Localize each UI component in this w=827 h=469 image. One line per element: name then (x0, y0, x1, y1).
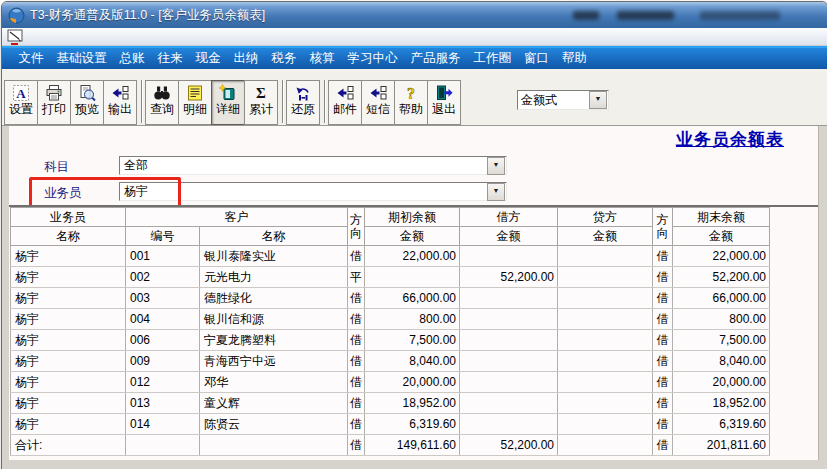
table-row[interactable]: 杨宇012邓华借20,000.00借20,000.00 (11, 372, 770, 393)
cell-closing: 52,200.00 (673, 267, 770, 288)
cell-direction-2: 借 (653, 351, 673, 372)
cell-code: 004 (126, 309, 200, 330)
sigma-icon: Σ (252, 83, 270, 102)
chevron-down-icon[interactable]: ▼ (487, 157, 505, 175)
exit-icon (435, 83, 453, 102)
menu-item-2[interactable]: 总账 (113, 48, 151, 69)
window-title: T3-财务通普及版11.0 - [客户业务员余额表] (30, 7, 265, 24)
header-name: 名称 (11, 227, 126, 246)
menu-item-7[interactable]: 核算 (303, 48, 341, 69)
table-row[interactable]: 杨宇013童义辉借18,952.00借18,952.00 (11, 393, 770, 414)
cell-customer: 元光电力 (200, 267, 348, 288)
table-row[interactable]: 杨宇002元光电力平52,200.00借52,200.00 (11, 267, 770, 288)
cell-debit (460, 393, 558, 414)
toolbar-button-label: 预览 (75, 102, 99, 117)
menu-item-4[interactable]: 现金 (189, 48, 227, 69)
cell-debit (460, 246, 558, 267)
cell-direction-2: 借 (653, 288, 673, 309)
table-row[interactable]: 杨宇004银川信和源借800.00借800.00 (11, 309, 770, 330)
toolbar-button-settings[interactable]: A设置 (4, 80, 38, 125)
total-label: 合计: (11, 435, 126, 456)
cell-credit (558, 288, 653, 309)
menu-item-3[interactable]: 往来 (151, 48, 189, 69)
binoculars-icon (153, 83, 171, 102)
total-empty-customer (200, 435, 348, 456)
font-settings-icon: A (12, 83, 30, 102)
format-style-select[interactable]: 金额式 ▼ (517, 90, 609, 110)
toolbar-button-label: 设置 (9, 102, 33, 117)
cell-direction: 借 (348, 288, 365, 309)
table-row[interactable]: 杨宇001银川泰隆实业借22,000.00借22,000.00 (11, 246, 770, 267)
cell-direction: 平 (348, 267, 365, 288)
menu-item-10[interactable]: 工作圈 (467, 48, 518, 69)
cell-debit (460, 288, 558, 309)
report-area: 业务员余额表 科目 全部 ▼ 业务员 杨宇 ▼ 业务员 客户 方向 (9, 126, 819, 460)
cell-salesperson: 杨宇 (11, 414, 126, 435)
toolbar: A设置打印预览输出查询明细详细Σ累计还原邮件短信?帮助退出 金额式 ▼ (2, 69, 827, 126)
menu-item-11[interactable]: 窗口 (518, 48, 556, 69)
quick-access-strip (2, 28, 827, 46)
right-frame (818, 126, 827, 460)
cell-debit (460, 351, 558, 372)
toolbar-button-print[interactable]: 打印 (37, 80, 71, 125)
table-row[interactable]: 杨宇003德胜绿化借66,000.00借66,000.00 (11, 288, 770, 309)
toolbar-separator (282, 80, 284, 123)
svg-text:Σ: Σ (256, 85, 266, 101)
toolbar-button-restore[interactable]: 还原 (286, 80, 320, 125)
header-direction: 方向 (348, 208, 365, 246)
cell-salesperson: 杨宇 (11, 372, 126, 393)
toolbar-button-accumulate[interactable]: Σ累计 (244, 80, 278, 125)
menu-item-6[interactable]: 税务 (265, 48, 303, 69)
toolbar-button-exit[interactable]: 退出 (427, 80, 461, 125)
cell-opening: 66,000.00 (365, 288, 460, 309)
header-direction-2: 方向 (653, 208, 673, 246)
toolbar-button-mail[interactable]: 邮件 (328, 80, 362, 125)
header-opening: 期初余额 (365, 208, 460, 227)
toolbar-button-detail[interactable]: 明细 (178, 80, 212, 125)
salesperson-combobox-value: 杨宇 (120, 183, 487, 200)
toolbar-button-label: 退出 (432, 102, 456, 117)
redacted-text (573, 11, 599, 20)
detail-book-icon (219, 83, 237, 102)
toolbar-button-detailed[interactable]: 详细 (211, 80, 245, 125)
cell-closing: 6,319.60 (673, 414, 770, 435)
cell-customer: 银川泰隆实业 (200, 246, 348, 267)
cell-salesperson: 杨宇 (11, 309, 126, 330)
menu-item-0[interactable]: 文件 (12, 48, 50, 69)
toolbar-button-output[interactable]: 输出 (103, 80, 137, 125)
menu-item-5[interactable]: 出纳 (227, 48, 265, 69)
header-closing: 期末余额 (673, 208, 770, 227)
cell-customer: 宁夏龙腾塑料 (200, 330, 348, 351)
chevron-down-icon[interactable]: ▼ (589, 91, 607, 109)
subject-combobox[interactable]: 全部 ▼ (119, 156, 507, 175)
table-row[interactable]: 杨宇014陈贤云借6,319.60借6,319.60 (11, 414, 770, 435)
cell-salesperson: 杨宇 (11, 351, 126, 372)
menu-item-8[interactable]: 学习中心 (341, 48, 404, 69)
toolbar-button-label: 输出 (108, 102, 132, 117)
chevron-down-icon[interactable]: ▼ (487, 183, 505, 201)
toolbar-button-label: 短信 (366, 102, 390, 117)
cell-opening: 22,000.00 (365, 246, 460, 267)
menu-item-1[interactable]: 基础设置 (50, 48, 113, 69)
menu-item-12[interactable]: 帮助 (556, 48, 594, 69)
menu-item-9[interactable]: 产品服务 (404, 48, 467, 69)
toolbar-button-query[interactable]: 查询 (145, 80, 179, 125)
header-customer: 客户 (126, 208, 348, 227)
toolbar-button-help[interactable]: ?帮助 (394, 80, 428, 125)
table-row[interactable]: 杨宇009青海西宁中远借8,040.00借8,040.00 (11, 351, 770, 372)
cell-direction: 借 (348, 246, 365, 267)
table-row[interactable]: 杨宇006宁夏龙腾塑料借7,500.00借7,500.00 (11, 330, 770, 351)
cell-debit (460, 330, 558, 351)
total-empty-code (126, 435, 200, 456)
cell-credit (558, 393, 653, 414)
cell-closing: 7,500.00 (673, 330, 770, 351)
total-opening: 149,611.60 (365, 435, 460, 456)
header-credit: 贷方 (558, 208, 653, 227)
app-logo-icon (8, 7, 25, 24)
toolbar-button-sms[interactable]: 短信 (361, 80, 395, 125)
export-icon (111, 83, 129, 102)
cell-customer: 邓华 (200, 372, 348, 393)
salesperson-combobox[interactable]: 杨宇 ▼ (119, 182, 507, 201)
cell-direction: 借 (348, 309, 365, 330)
toolbar-button-preview[interactable]: 预览 (70, 80, 104, 125)
